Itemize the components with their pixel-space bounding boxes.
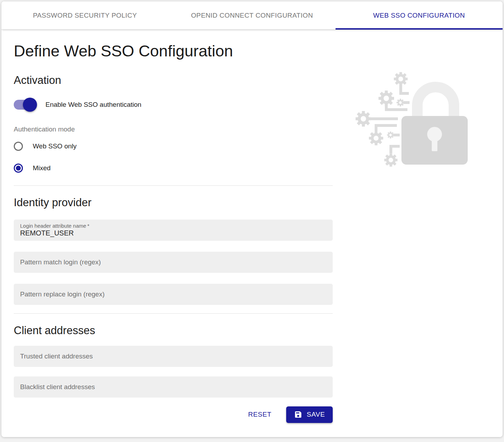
settings-card: PASSWORD SECURITY POLICY OPENID CONNECT … [1,1,503,437]
tab-openid-connect-configuration[interactable]: OPENID CONNECT CONFIGURATION [168,1,336,29]
configuration-tabbar: PASSWORD SECURITY POLICY OPENID CONNECT … [1,1,503,30]
enable-web-sso-toggle[interactable] [14,100,36,110]
radio-mixed[interactable] [14,164,23,173]
save-button-label: SAVE [307,411,325,418]
trusted-client-addresses-input[interactable] [20,352,326,360]
page-title: Define Web SSO Configuration [14,42,333,60]
trusted-client-addresses-field[interactable] [14,346,333,367]
pattern-replace-login-field[interactable] [14,284,333,305]
radio-option-mixed[interactable]: Mixed [14,164,333,173]
pattern-replace-login-input[interactable] [20,290,326,298]
login-header-attribute-field[interactable]: Login header attribute name * [14,220,333,241]
web-sso-configuration-panel: Define Web SSO Configuration Activation … [1,30,503,423]
reset-button[interactable]: RESET [243,407,276,422]
padlock-gears-illustration [347,65,481,171]
save-floppy-icon [294,410,302,419]
radio-web-sso-only[interactable] [14,142,23,151]
enable-web-sso-toggle-label: Enable Web SSO authentication [45,101,141,109]
section-divider [14,313,333,314]
radio-mixed-label: Mixed [33,164,51,172]
client-addresses-heading: Client addresses [14,324,333,337]
tab-web-sso-configuration[interactable]: WEB SSO CONFIGURATION [336,1,503,29]
section-divider [14,185,333,186]
identity-provider-heading: Identity provider [14,196,333,209]
toggle-thumb [23,98,37,112]
radio-web-sso-only-label: Web SSO only [33,142,76,150]
form-actions: RESET SAVE [14,406,333,423]
login-header-attribute-input[interactable] [20,229,326,237]
pattern-match-login-input[interactable] [20,258,326,266]
pattern-match-login-field[interactable] [14,252,333,273]
login-header-attribute-label: Login header attribute name * [20,223,90,229]
blacklist-client-addresses-field[interactable] [14,376,333,398]
authentication-mode-label: Authentication mode [14,125,333,133]
activation-heading: Activation [14,74,333,87]
radio-option-web-sso-only[interactable]: Web SSO only [14,142,333,151]
tab-password-security-policy[interactable]: PASSWORD SECURITY POLICY [1,1,168,29]
blacklist-client-addresses-input[interactable] [20,383,326,391]
save-button[interactable]: SAVE [286,406,333,423]
